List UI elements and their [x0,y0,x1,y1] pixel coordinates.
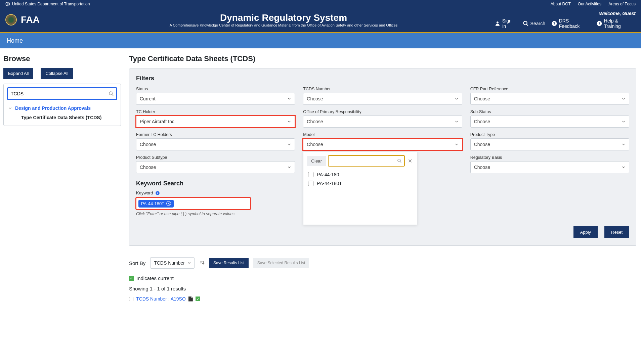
chevron-down-icon [454,119,459,124]
product-type-select[interactable]: Choose [470,138,629,150]
result-checkbox[interactable] [129,297,133,301]
chevron-down-icon [621,96,626,101]
info-icon[interactable]: i [155,191,160,195]
chevron-down-icon [287,165,292,170]
dropdown-option[interactable]: PA-44-180T [307,179,414,188]
dot-seal-icon [5,2,10,6]
chevron-down-icon [287,119,292,124]
option-label: PA-44-180T [317,181,342,186]
remove-chip-icon[interactable]: ✕ [166,201,171,206]
nav-home[interactable]: Home [7,37,23,44]
question-icon: ? [551,20,557,27]
chevron-down-icon [8,106,12,110]
system-subtitle: A Comprehensive Knowledge Center of Regu… [73,23,495,27]
tree-node-design-approvals[interactable]: Design and Production Approvals [7,103,117,113]
feedback-link[interactable]: ? DRS Feedback [551,18,590,29]
link-areas[interactable]: Areas of Focus [608,2,636,6]
current-indicator-icon: ✓ [129,276,134,281]
welcome-text: Welcome, Guest [599,11,636,16]
svg-text:?: ? [553,22,555,26]
sign-in-link[interactable]: Sign In [495,18,517,29]
chevron-down-icon [287,96,292,101]
sort-by-select[interactable]: TCDS Number [150,257,195,269]
chevron-down-icon [621,119,626,124]
svg-point-2 [523,21,527,25]
keyword-chip: PA-44-180T ✕ [138,200,174,208]
result-link[interactable]: TCDS Number : A19SO [136,296,186,302]
dept-name: United States Department of Transportati… [12,2,90,6]
pdf-icon[interactable] [188,297,193,302]
tcds-number-select[interactable]: Choose [303,93,462,105]
user-icon [495,20,501,27]
dropdown-clear-button[interactable]: Clear [307,156,326,166]
chevron-down-icon [621,165,626,170]
dropdown-search-input[interactable] [328,155,404,166]
svg-point-10 [398,159,400,162]
chip-label: PA-44-180T [141,201,164,206]
search-icon [523,20,529,27]
product-subtype-select[interactable]: Choose [136,161,295,173]
keyword-input[interactable]: PA-44-180T ✕ [136,197,250,210]
reset-button[interactable]: Reset [604,226,629,238]
system-title: Dynamic Regulatory System [73,12,495,23]
current-indicator-icon: ✓ [196,297,200,301]
link-about-dot[interactable]: About DOT [551,2,571,6]
result-row: TCDS Number : A19SO ✓ [129,296,636,302]
status-label: Status [136,87,295,91]
sub-status-select[interactable]: Choose [470,116,629,128]
tree-node-label: Type Certificate Data Sheets (TCDS) [21,115,101,120]
tree-node-tcds[interactable]: Type Certificate Data Sheets (TCDS) [7,113,117,122]
sub-status-label: Sub-Status [470,109,629,114]
chevron-down-icon [287,142,292,147]
tree-node-label: Design and Production Approvals [15,105,91,111]
page-title: Type Certificate Data Sheets (TCDS) [129,54,636,63]
agency-abbr: FAA [21,14,40,25]
model-select[interactable]: Choose [303,138,462,150]
tc-holder-label: TC Holder [136,109,295,114]
former-tc-label: Former TC Holders [136,132,295,137]
chevron-down-icon [454,142,459,147]
faa-seal-icon [5,14,17,26]
cfr-select[interactable]: Choose [470,93,629,105]
product-type-label: Product Type [470,132,629,137]
help-link[interactable]: i Help & Training [596,18,636,29]
save-selected-results-button[interactable]: Save Selected Results List [253,258,309,268]
cfr-label: CFR Part Reference [470,87,629,91]
close-icon[interactable]: ✕ [407,158,414,164]
svg-line-9 [112,94,113,96]
collapse-all-button[interactable]: Collapse All [41,68,73,79]
dropdown-option[interactable]: PA-44-180 [307,170,414,179]
opr-label: Office of Primary Responsibility [303,109,462,114]
option-checkbox[interactable] [308,181,313,186]
former-tc-select[interactable]: Choose [136,138,295,150]
svg-point-8 [109,92,112,95]
option-label: PA-44-180 [317,172,339,177]
save-results-button[interactable]: Save Results List [209,258,249,268]
sort-direction-icon[interactable] [199,260,205,266]
opr-select[interactable]: Choose [303,116,462,128]
expand-all-button[interactable]: Expand All [3,68,33,79]
model-dropdown-popup: Clear ✕ PA-44-180 [303,152,417,225]
regulatory-basis-select[interactable]: Choose [470,161,629,173]
link-activities[interactable]: Our Activities [578,2,601,6]
product-subtype-label: Product Subtype [136,155,295,160]
option-checkbox[interactable] [308,172,313,177]
tcds-number-label: TCDS Number [303,87,462,91]
search-icon [109,91,114,96]
gov-bar-links: About DOT Our Activities Areas of Focus [545,2,636,6]
svg-line-3 [526,24,528,26]
search-link[interactable]: Search [523,20,545,27]
filters-heading: Filters [136,75,629,82]
model-label: Model [303,132,462,137]
tree-search-input[interactable] [7,87,117,100]
regulatory-basis-label: Regulatory Basis [470,155,629,160]
search-icon [397,158,402,163]
chevron-down-icon [454,96,459,101]
tc-holder-select[interactable]: Piper Aircraft Inc. [136,116,295,128]
chevron-down-icon [621,142,626,147]
browse-heading: Browse [3,54,121,63]
status-select[interactable]: Current [136,93,295,105]
indicates-text: Indicates current [136,275,174,281]
chevron-down-icon [187,261,191,265]
apply-button[interactable]: Apply [573,226,598,238]
